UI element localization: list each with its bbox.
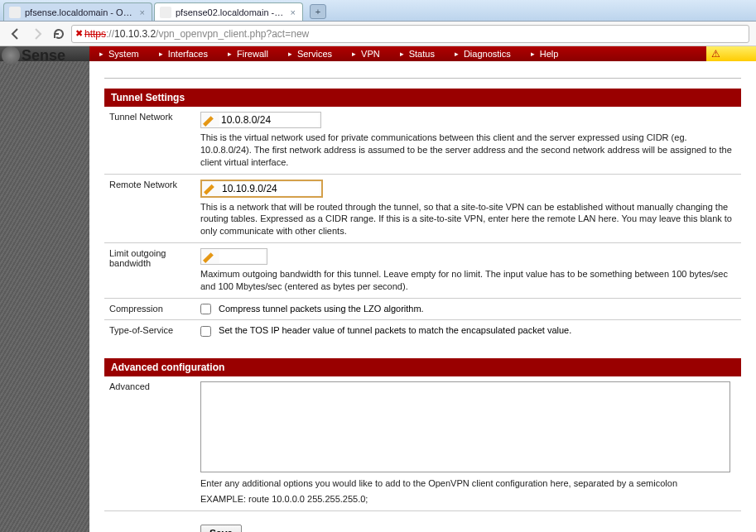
browser-tab[interactable]: pfsense02.localdomain - O... × bbox=[154, 2, 303, 21]
divider bbox=[104, 78, 741, 79]
favicon-icon bbox=[9, 7, 21, 18]
url-sep: :// bbox=[106, 28, 114, 40]
browser-tabstrip: pfsense.localdomain - Ope... × pfsense02… bbox=[0, 0, 756, 22]
url-host: 10.10.3.2 bbox=[114, 28, 156, 40]
content-area: Tunnel Settings Tunnel Network This is t… bbox=[89, 61, 756, 532]
field-wrap bbox=[200, 180, 323, 198]
logo-wrap: Sense bbox=[0, 46, 89, 61]
tunnel-network-input[interactable] bbox=[219, 113, 319, 127]
forward-button[interactable] bbox=[28, 25, 46, 43]
compression-checkbox[interactable] bbox=[200, 304, 211, 314]
save-button[interactable]: Save bbox=[200, 525, 242, 532]
section-tunnel-settings: Tunnel Settings bbox=[104, 89, 741, 107]
help-text: This is the virtual network used for pri… bbox=[200, 132, 736, 169]
bandwidth-input[interactable] bbox=[219, 250, 265, 263]
close-icon[interactable]: × bbox=[291, 7, 296, 17]
label-remote-network: Remote Network bbox=[104, 174, 195, 243]
pencil-icon bbox=[204, 182, 217, 195]
app-topbar: Sense System Interfaces Firewall Service… bbox=[0, 46, 756, 61]
section-advanced-config: Advanced configuration bbox=[104, 358, 741, 376]
menu-system[interactable]: System bbox=[89, 49, 149, 59]
reload-button[interactable] bbox=[50, 25, 68, 43]
new-tab-button[interactable]: + bbox=[310, 4, 326, 19]
address-bar[interactable]: ✖ https :// 10.10.3.2 /vpn_openvpn_clien… bbox=[71, 25, 749, 43]
label-tunnel-network: Tunnel Network bbox=[104, 107, 195, 174]
pencil-icon bbox=[203, 113, 216, 127]
field-wrap bbox=[200, 248, 267, 265]
menu-services[interactable]: Services bbox=[278, 49, 342, 59]
help-text: This is a network that will be routed th… bbox=[200, 201, 736, 238]
favicon-icon bbox=[160, 7, 171, 18]
tab-title: pfsense.localdomain - Ope... bbox=[25, 7, 135, 17]
menu-help[interactable]: Help bbox=[521, 49, 569, 59]
tos-text: Set the TOS IP header value of tunnel pa… bbox=[219, 325, 571, 335]
url-scheme: https bbox=[84, 28, 106, 40]
url-path: /vpn_openvpn_client.php?act=new bbox=[156, 28, 309, 40]
tos-checkbox[interactable] bbox=[200, 326, 211, 337]
help-text: Maximum outgoing bandwidth for this tunn… bbox=[200, 268, 736, 293]
tunnel-settings-table: Tunnel Network This is the virtual netwo… bbox=[104, 107, 741, 342]
help-text: EXAMPLE: route 10.0.0.0 255.255.255.0; bbox=[200, 493, 736, 506]
close-icon[interactable]: × bbox=[140, 7, 145, 17]
field-wrap bbox=[200, 112, 321, 128]
insecure-icon: ✖ bbox=[75, 28, 83, 39]
browser-toolbar: ✖ https :// 10.10.3.2 /vpn_openvpn_clien… bbox=[0, 22, 756, 46]
gear-icon bbox=[2, 46, 20, 65]
menu-vpn[interactable]: VPN bbox=[342, 49, 390, 59]
pfsense-logo: Sense bbox=[2, 45, 65, 66]
label-bandwidth: Limit outgoing bandwidth bbox=[104, 243, 195, 299]
browser-tab[interactable]: pfsense.localdomain - Ope... × bbox=[3, 2, 152, 21]
tab-title: pfsense02.localdomain - O... bbox=[176, 7, 286, 17]
menu-status[interactable]: Status bbox=[390, 49, 445, 59]
menu-diagnostics[interactable]: Diagnostics bbox=[445, 49, 521, 59]
left-gutter bbox=[0, 61, 89, 532]
menu-firewall[interactable]: Firewall bbox=[218, 49, 278, 59]
alert-bar[interactable]: ⚠ bbox=[706, 46, 756, 61]
compression-text: Compress tunnel packets using the LZO al… bbox=[219, 304, 424, 314]
logo-text: Sense bbox=[22, 47, 65, 65]
remote-network-input[interactable] bbox=[220, 182, 320, 195]
advanced-table: Advanced Enter any additional options yo… bbox=[104, 376, 741, 532]
label-compression: Compression bbox=[104, 298, 195, 320]
warning-icon: ⚠ bbox=[711, 48, 720, 60]
main-menu: System Interfaces Firewall Services VPN … bbox=[89, 46, 706, 61]
menu-interfaces[interactable]: Interfaces bbox=[149, 49, 218, 59]
pencil-icon bbox=[203, 250, 216, 263]
label-advanced: Advanced bbox=[104, 376, 195, 510]
help-text: Enter any additional options you would l… bbox=[200, 477, 736, 490]
back-button[interactable] bbox=[7, 25, 25, 43]
advanced-textarea[interactable] bbox=[200, 381, 730, 472]
label-tos: Type-of-Service bbox=[104, 320, 195, 342]
